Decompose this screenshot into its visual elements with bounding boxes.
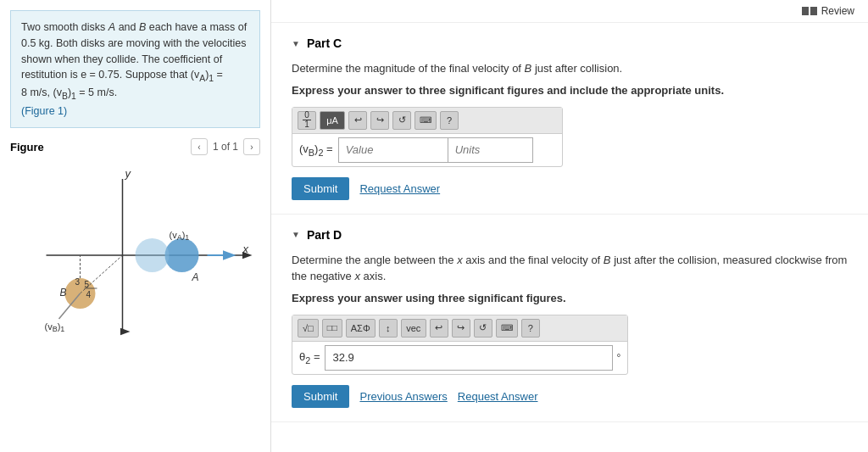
reset-btn-c[interactable]: ↺ <box>392 111 411 130</box>
part-c-header: ▼ Part C <box>292 36 848 50</box>
figure-section: Figure ‹ 1 of 1 › <box>0 138 270 452</box>
reset-btn-d[interactable]: ↺ <box>474 319 492 338</box>
review-button[interactable]: Review <box>802 5 854 17</box>
redo-btn-c[interactable]: ↪ <box>370 111 389 130</box>
part-c-label: Part C <box>307 36 342 50</box>
keyboard-btn-d[interactable]: ⌨ <box>496 319 518 338</box>
right-panel: Review ▼ Part C Determine the magnitude … <box>271 0 868 452</box>
svg-text:x: x <box>242 243 249 255</box>
figure-link[interactable]: (Figure 1) <box>21 105 67 117</box>
part-c-input-container: 0 1 μA ↩ ↪ ↺ ⌨ ? (vB)2 = <box>292 107 563 167</box>
mu-btn[interactable]: μA <box>320 111 345 130</box>
part-c-section: ▼ Part C Determine the magnitude of the … <box>271 23 868 215</box>
part-c-units-input[interactable] <box>448 137 533 163</box>
keyboard-btn-c[interactable]: ⌨ <box>415 111 437 130</box>
part-c-input-label: (vB)2 = <box>299 142 333 158</box>
left-panel: Two smooth disks A and B each have a mas… <box>0 0 271 452</box>
part-d-submit-btn[interactable]: Submit <box>292 385 349 408</box>
part-c-toolbar: 0 1 μA ↩ ↪ ↺ ⌨ ? <box>292 108 562 134</box>
part-c-action-row: Submit Request Answer <box>292 177 848 200</box>
part-c-description: Determine the magnitude of the final vel… <box>292 60 848 77</box>
part-c-instruction: Express your answer to three significant… <box>292 84 848 97</box>
help-btn-c[interactable]: ? <box>440 111 459 130</box>
svg-text:B: B <box>60 287 67 299</box>
part-d-action-row: Submit Previous Answers Request Answer <box>292 385 848 408</box>
svg-text:y: y <box>125 167 132 180</box>
svg-text:A: A <box>192 271 199 283</box>
svg-text:4: 4 <box>86 290 92 299</box>
part-c-submit-btn[interactable]: Submit <box>292 177 349 200</box>
part-d-toolbar: √□ □□ ΑΣΦ ↕ vec ↩ ↪ ↺ ⌨ ? <box>292 315 627 342</box>
part-d-input-container: √□ □□ ΑΣΦ ↕ vec ↩ ↪ ↺ ⌨ ? θ2 = ° <box>292 315 628 375</box>
part-d-answer-input[interactable] <box>325 345 613 371</box>
undo-btn-c[interactable]: ↩ <box>348 111 367 130</box>
svg-point-4 <box>165 238 199 272</box>
figure-page: 1 of 1 <box>213 141 238 153</box>
redo-btn-d[interactable]: ↪ <box>452 319 470 338</box>
part-d-section: ▼ Part D Determine the angle between the… <box>271 215 868 422</box>
figure-header: Figure ‹ 1 of 1 › <box>10 138 260 155</box>
svg-point-6 <box>136 238 170 272</box>
degree-symbol: ° <box>616 352 620 364</box>
figure-prev-btn[interactable]: ‹ <box>191 138 208 155</box>
sqrt-btn[interactable]: √□ <box>298 319 319 338</box>
part-d-previous-answers-btn[interactable]: Previous Answers <box>359 390 447 403</box>
figure-svg: x y A (vA)1 B <box>10 162 260 349</box>
phi-btn[interactable]: ΑΣΦ <box>346 319 376 338</box>
svg-text:(vA)1: (vA)1 <box>170 230 190 242</box>
part-c-collapse-arrow[interactable]: ▼ <box>292 39 300 48</box>
problem-text: Two smooth disks A and B each have a mas… <box>21 21 247 98</box>
undo-btn-d[interactable]: ↩ <box>430 319 448 338</box>
svg-text:3: 3 <box>75 277 81 287</box>
part-d-input-row: θ2 = ° <box>292 342 627 374</box>
figure-next-btn[interactable]: › <box>243 138 260 155</box>
part-d-header: ▼ Part D <box>292 228 848 242</box>
part-c-request-answer-btn[interactable]: Request Answer <box>359 182 440 195</box>
arrows-btn[interactable]: ↕ <box>379 319 398 338</box>
review-label: Review <box>821 5 854 17</box>
fraction-btn[interactable]: 0 1 <box>298 111 316 130</box>
vec-btn[interactable]: vec <box>401 319 426 338</box>
part-d-request-answer-btn[interactable]: Request Answer <box>458 390 538 403</box>
figure-canvas: x y A (vA)1 B <box>10 162 260 349</box>
problem-statement: Two smooth disks A and B each have a mas… <box>10 10 260 128</box>
svg-text:5: 5 <box>85 280 90 289</box>
figure-nav: ‹ 1 of 1 › <box>191 138 260 155</box>
matrix-btn[interactable]: □□ <box>322 319 342 338</box>
part-d-description: Determine the angle between the x axis a… <box>292 252 848 285</box>
part-d-collapse-arrow[interactable]: ▼ <box>292 230 300 239</box>
review-bar: Review <box>271 0 868 23</box>
help-btn-d[interactable]: ? <box>521 319 540 338</box>
part-d-instruction: Express your answer using three signific… <box>292 292 848 304</box>
part-c-value-input[interactable] <box>338 137 448 163</box>
figure-title: Figure <box>10 141 44 153</box>
part-d-input-label: θ2 = <box>299 350 320 366</box>
part-c-input-row: (vB)2 = <box>292 134 562 166</box>
svg-text:(vB)1: (vB)1 <box>45 321 65 333</box>
part-d-label: Part D <box>307 228 342 242</box>
review-icon <box>802 7 817 15</box>
